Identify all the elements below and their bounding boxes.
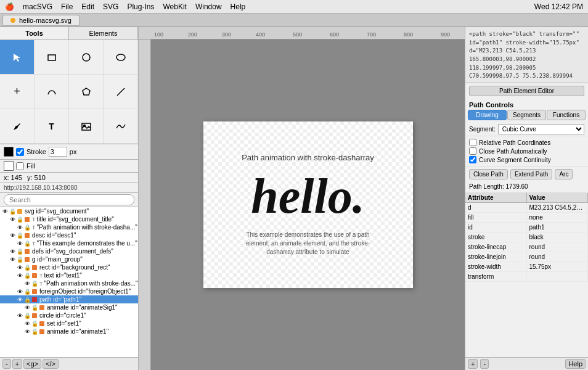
segment-select[interactable]: Cubic Curve Line Quadratic Curve Arc Mov…	[498, 124, 584, 134]
url-area: http://192.168.10.143:8080	[0, 183, 138, 193]
wave-tool[interactable]	[104, 109, 138, 144]
stroke-checkbox[interactable]	[16, 148, 24, 156]
menu-svg[interactable]: SVG	[103, 2, 118, 11]
svg-rect-1	[48, 55, 55, 60]
stroke-label: Stroke	[27, 148, 46, 155]
path-segment-row: Segment: Cubic Curve Line Quadratic Curv…	[465, 123, 588, 136]
selected-element-code: <path stroke="black" transform="" id="pa…	[469, 31, 579, 79]
attr-table-header: Attribute Value	[465, 193, 588, 203]
tree-item-path1[interactable]: 👁🔒 path id="path1"	[0, 295, 138, 303]
tree-item[interactable]: 👁🔒 animate id="animateSig1"	[0, 303, 138, 311]
attr-remove-button[interactable]: -	[480, 359, 489, 369]
select-tool[interactable]	[0, 40, 35, 75]
menu-help[interactable]: Help	[231, 2, 246, 11]
attr-row-id[interactable]: id path1	[465, 223, 588, 232]
tab-tools[interactable]: Tools	[0, 27, 69, 39]
attr-row-d[interactable]: d M23,213 C54.5,213 165.8...	[465, 203, 588, 213]
tools-grid: + T	[0, 40, 138, 144]
line-tool[interactable]	[104, 75, 138, 109]
close-path-checkbox[interactable]	[469, 147, 476, 155]
help-button[interactable]: Help	[565, 359, 586, 369]
attr-row-stroke[interactable]: stroke black	[465, 232, 588, 242]
fill-checkbox[interactable]	[16, 162, 24, 170]
stroke-unit: px	[70, 148, 77, 155]
tree-item[interactable]: 👁🔒 circle id="circle1"	[0, 311, 138, 319]
path-tab-functions[interactable]: Functions	[547, 110, 586, 120]
menu-window[interactable]: Window	[195, 2, 222, 11]
file-tab[interactable]: hello-macsvg.svg	[2, 15, 80, 26]
tree-item[interactable]: 👁🔒 T title id="svg_document_title"	[0, 215, 138, 223]
menu-plugins[interactable]: Plug-Ins	[127, 2, 154, 11]
path-tab-segments[interactable]: Segments	[507, 110, 546, 120]
pen-tool[interactable]	[0, 109, 35, 144]
canvas-ruler-top: 100 200 300 400 500 600 700 800 900	[139, 27, 465, 39]
attr-value-id: path1	[527, 223, 589, 232]
attr-row-stroke-linejoin[interactable]: stroke-linejoin round	[465, 252, 588, 262]
text-tool[interactable]: T	[35, 109, 69, 144]
tab-elements[interactable]: Elements	[69, 27, 138, 39]
svg-marker-0	[14, 54, 20, 62]
relative-path-checkbox[interactable]	[469, 139, 476, 146]
attr-value-d: M23,213 C54.5,213 165.8...	[527, 203, 589, 212]
tree-code-btn[interactable]: </>	[43, 359, 59, 369]
stroke-width-input[interactable]	[49, 147, 67, 157]
tree-item[interactable]: 👁🔒 g id="main_group"	[0, 255, 138, 263]
attr-row-stroke-linecap[interactable]: stroke-linecap round	[465, 242, 588, 252]
close-path-button[interactable]: Close Path	[469, 169, 508, 179]
circle-tool[interactable]	[69, 40, 104, 75]
polygon-tool[interactable]	[69, 75, 104, 109]
menu-macsvg[interactable]: macSVG	[23, 2, 52, 11]
stroke-color-box[interactable]	[4, 147, 14, 157]
image-tool[interactable]	[69, 109, 104, 144]
path-tab-drawing[interactable]: Drawing	[468, 110, 507, 120]
tabbar: hello-macsvg.svg	[0, 14, 588, 27]
canvas-inner[interactable]: Path animation with stroke-dasharray hel…	[203, 121, 413, 288]
tree-item[interactable]: 👁🔒 desc id="desc1"	[0, 231, 138, 239]
attr-row-fill[interactable]: fill none	[465, 213, 588, 223]
tree-item[interactable]: 👁🔒 animate id="animate1"	[0, 327, 138, 335]
path-length-value: 1739.60	[506, 183, 528, 190]
tree-item[interactable]: 👁🔒 T "Path animation with stroke-das..."	[0, 279, 138, 287]
extend-path-button[interactable]: Extend Path	[510, 169, 552, 179]
arc-button[interactable]: Arc	[555, 169, 573, 179]
menu-edit[interactable]: Edit	[81, 2, 94, 11]
server-url: http://192.168.10.143:8080	[4, 184, 78, 191]
attr-add-button[interactable]: +	[468, 359, 478, 369]
path-tool[interactable]	[35, 75, 69, 109]
attr-row-transform[interactable]: transform	[465, 272, 588, 282]
tree-item[interactable]: 👁🔒 svg id="svg_document"	[0, 207, 138, 215]
apple-menu[interactable]: 🍎	[5, 2, 14, 11]
add-tool[interactable]: +	[0, 75, 35, 109]
curve-continuity-checkbox[interactable]	[469, 156, 476, 163]
attr-value-transform	[527, 272, 589, 281]
tree-group-btn[interactable]: <g>	[23, 359, 41, 369]
tree-item[interactable]: 👁🔒 T "Path animation with stroke-dasha..…	[0, 223, 138, 231]
menu-file[interactable]: File	[61, 2, 73, 11]
tree-toolbar: - + <g> </>	[0, 357, 138, 370]
canvas-content[interactable]: Path animation with stroke-dasharray hel…	[151, 39, 465, 370]
selected-element-display: <path stroke="black" transform="" id="pa…	[465, 27, 588, 83]
left-panel: Tools Elements +	[0, 27, 139, 370]
tab-modified-dot	[10, 18, 15, 23]
menu-webkit[interactable]: WebKit	[163, 2, 186, 11]
tree-plus-btn[interactable]: +	[12, 359, 22, 369]
attr-name-stroke-linecap: stroke-linecap	[465, 242, 527, 252]
ellipse-tool[interactable]	[104, 40, 138, 75]
tree-item[interactable]: 👁🔒 rect id="background_rect"	[0, 263, 138, 271]
fill-color-box[interactable]	[4, 161, 14, 171]
attr-row-stroke-width[interactable]: stroke-width 15.75px	[465, 262, 588, 272]
tree-item[interactable]: 👁🔒 foreignObject id="foreignObject1"	[0, 287, 138, 295]
tree-item[interactable]: 👁🔒 set id="set1"	[0, 319, 138, 327]
path-tabs: Drawing Segments Functions	[468, 110, 586, 120]
tree-minus-btn[interactable]: -	[2, 359, 11, 369]
search-input[interactable]	[4, 194, 134, 205]
fill-row: Fill	[0, 160, 138, 173]
rect-tool[interactable]	[35, 40, 69, 75]
path-length-label: Path Length:	[469, 183, 504, 190]
canvas-left-ruler	[139, 39, 151, 370]
tree-item[interactable]: 👁🔒 defs id="svg_document_defs"	[0, 247, 138, 255]
attr-col-value: Value	[527, 193, 589, 202]
tree-item[interactable]: 👁🔒 T "This example demonstrates the u...…	[0, 239, 138, 247]
tree-item[interactable]: 👁🔒 T text id="text1"	[0, 271, 138, 279]
canvas-desc: This example demonstrates the use of a p…	[240, 231, 376, 257]
